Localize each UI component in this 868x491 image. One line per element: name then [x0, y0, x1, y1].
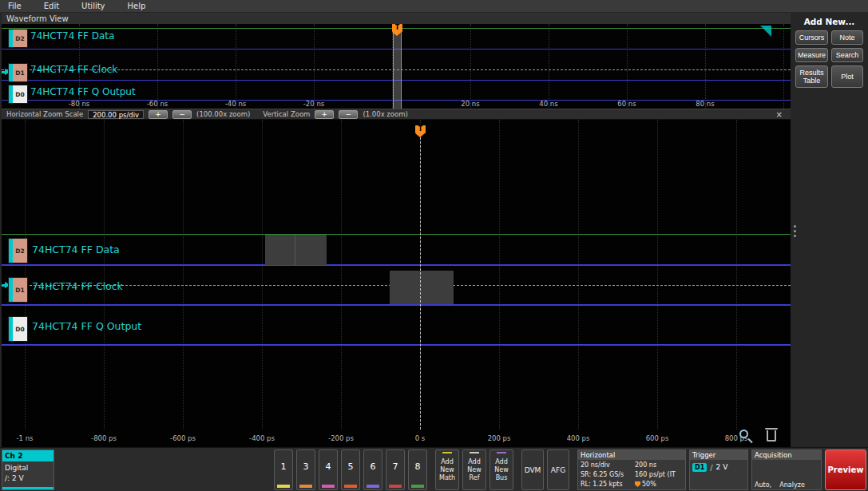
menu-file[interactable]: File — [8, 2, 22, 10]
channel-3-label: 3 — [303, 461, 309, 472]
main-axis-label: -1 ns — [17, 434, 34, 442]
horizontal-sample-rate: SR: 6.25 GS/s — [581, 471, 635, 478]
grid-line — [736, 120, 737, 430]
channel-badge-d1[interactable]: D1 — [8, 63, 28, 82]
channel-8-color-strip — [411, 485, 424, 488]
h-zoom-in-button[interactable]: + — [149, 110, 168, 119]
channel-2-badge[interactable]: Ch 2 Digital ∕: 2 V — [2, 449, 54, 490]
channel-7-button[interactable]: 7 — [386, 449, 405, 490]
grid-line — [314, 24, 315, 109]
menu-bar: File Edit Utility Help — [0, 0, 868, 12]
trace-data-low — [2, 264, 791, 266]
grid-line — [470, 24, 471, 109]
v-zoom-out-button[interactable]: − — [339, 110, 358, 119]
h-zoom-out-button[interactable]: − — [172, 110, 192, 119]
trigger-position-flag[interactable]: T — [415, 125, 426, 133]
main-axis-label: 0 s — [415, 434, 426, 442]
channel-badge-label: D1 — [13, 278, 27, 302]
channel-label-clock[interactable]: 74HCT74 FF Clock — [30, 64, 117, 75]
trigger-panel-title: Trigger — [690, 450, 747, 460]
trigger-position-flag[interactable]: T — [392, 24, 402, 32]
dvm-button[interactable]: DVM — [521, 449, 544, 490]
ref-color-mark — [470, 452, 479, 453]
trigger-position-line — [420, 137, 421, 430]
acquisition-panel[interactable]: Acquisition Auto, Analyze High Res: 12 b… — [751, 449, 822, 490]
zoom-settings-icon[interactable] — [738, 428, 754, 444]
grid-line — [183, 120, 184, 430]
channel-badge-label: D1 — [13, 64, 27, 81]
channel-5-button[interactable]: 5 — [341, 449, 360, 490]
grid-line — [262, 120, 263, 430]
overview-axis-label: -80 ns — [69, 100, 89, 108]
add-ref-line3: Ref — [470, 474, 480, 482]
v-zoom-factor: (1.00x zoom) — [363, 110, 407, 118]
menu-help[interactable]: Help — [128, 2, 146, 10]
channel-badge-label: D2 — [13, 30, 27, 47]
acquisition-panel-title: Acquisition — [752, 450, 821, 460]
add-bus-line2: New — [494, 466, 508, 474]
main-axis-label: 200 ps — [488, 434, 511, 442]
horizontal-panel[interactable]: Horizontal 20 ns/div 200 ns SR: 6.25 GS/… — [577, 449, 686, 490]
grid-line — [25, 120, 26, 430]
add-new-ref-button[interactable]: Add New Ref — [462, 449, 486, 490]
channel-2-color-strip — [2, 487, 54, 489]
plot-button[interactable]: Plot — [831, 65, 863, 88]
overview-axis-label: -40 ns — [225, 100, 246, 108]
horizontal-record-length: RL: 1.25 kpts — [581, 481, 635, 488]
overview-axis-label: 40 ns — [539, 100, 557, 108]
channel-label-data[interactable]: 74HCT74 FF Data — [30, 30, 114, 42]
preview-button[interactable]: Preview — [825, 449, 866, 490]
menu-edit[interactable]: Edit — [44, 2, 59, 10]
overview-axis-label: 20 ns — [461, 100, 479, 108]
v-zoom-in-button[interactable]: + — [315, 110, 334, 119]
channel-badge-d2[interactable]: D2 — [8, 29, 28, 48]
close-zoom-icon[interactable]: × — [776, 110, 786, 119]
channel-badge-d0[interactable]: D0 — [8, 316, 28, 342]
channel-8-button[interactable]: 8 — [408, 449, 427, 490]
bus-color-mark — [497, 452, 506, 453]
horizontal-window: 200 ns — [635, 461, 683, 469]
channel-label-q-output[interactable]: 74HCT74 FF Q Output — [30, 86, 136, 97]
channel-1-button[interactable]: 1 — [274, 449, 293, 490]
h-zoom-scale-value[interactable]: 200.00 ps/div — [88, 110, 144, 119]
cursors-button[interactable]: Cursors — [795, 30, 828, 45]
overview-axis-label: 80 ns — [696, 100, 714, 108]
grid-line — [499, 120, 500, 430]
channel-7-color-strip — [389, 485, 402, 488]
channel-6-button[interactable]: 6 — [363, 449, 382, 490]
search-button[interactable]: Search — [831, 48, 863, 62]
add-math-line2: New — [440, 466, 454, 474]
delete-icon[interactable] — [765, 428, 778, 444]
menu-utility[interactable]: Utility — [81, 2, 105, 10]
channel-1-color-strip — [277, 485, 290, 488]
add-new-bus-button[interactable]: Add New Bus — [489, 449, 513, 490]
channel-badge-d1[interactable]: D1 — [8, 277, 28, 303]
zoom-window-indicator[interactable] — [393, 24, 402, 109]
channel-5-label: 5 — [348, 461, 354, 472]
afg-button[interactable]: AFG — [547, 449, 569, 490]
channel-label-q-output[interactable]: 74HCT74 FF Q Output — [32, 320, 141, 332]
trigger-slope-icon: ∕ — [710, 463, 712, 472]
channel-badge-d0[interactable]: D0 — [8, 85, 28, 104]
channel-2-info: Digital ∕: 2 V — [2, 461, 54, 487]
add-new-grid: Cursors Note Measure Search Results Tabl… — [792, 30, 866, 88]
channel-1-label: 1 — [281, 461, 287, 472]
channel-3-button[interactable]: 3 — [296, 449, 315, 490]
channel-label-clock[interactable]: 74HCT74 FF Clock — [32, 280, 123, 292]
trigger-level: 2 V — [716, 463, 728, 471]
horizontal-scale: 20 ns/div — [581, 461, 635, 469]
measure-button[interactable]: Measure — [795, 48, 828, 62]
grid-line — [104, 120, 105, 430]
channel-label-data[interactable]: 74HCT74 FF Data — [32, 244, 120, 255]
channel-8-label: 8 — [415, 461, 421, 472]
channel-4-button[interactable]: 4 — [319, 449, 338, 490]
channel-badge-d2[interactable]: D2 — [8, 238, 28, 263]
panel-drag-handle[interactable] — [794, 225, 796, 228]
note-button[interactable]: Note — [831, 30, 863, 45]
zoom-overlay-icon[interactable] — [760, 26, 771, 37]
acquisition-panel-body: Auto, Analyze High Res: 12 bits Single: … — [752, 460, 821, 491]
channel-5-color-strip — [344, 485, 357, 488]
trigger-panel[interactable]: Trigger D1 ∕ 2 V — [689, 449, 748, 490]
results-table-button[interactable]: Results Table — [795, 65, 828, 88]
add-new-math-button[interactable]: Add New Math — [435, 449, 459, 490]
